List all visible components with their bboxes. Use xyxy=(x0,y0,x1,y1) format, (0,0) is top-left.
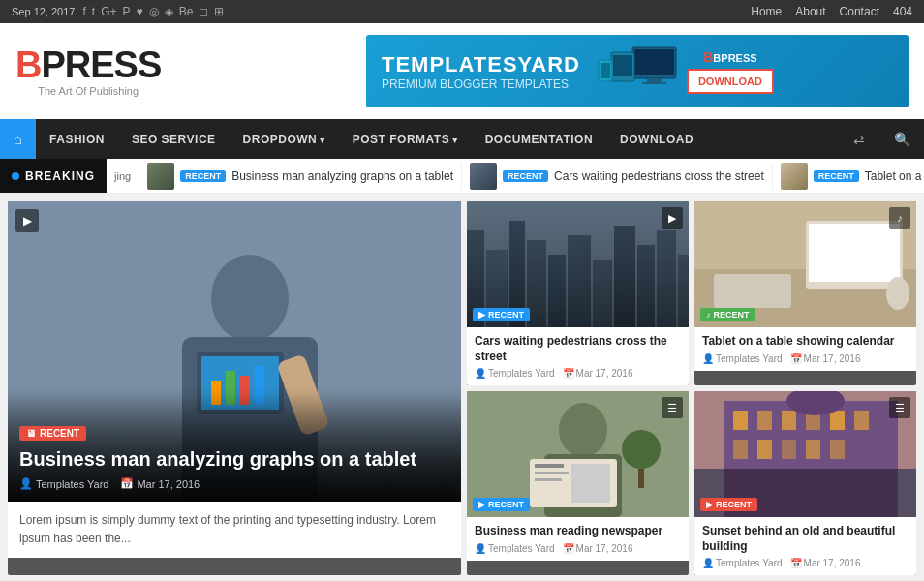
grid-badge-2: ▶ RECENT xyxy=(473,498,530,511)
heart-icon[interactable]: ♥ xyxy=(137,5,143,18)
dribbble-icon[interactable]: ◎ xyxy=(149,5,159,18)
svg-rect-45 xyxy=(535,478,562,481)
breaking-thumb-2 xyxy=(470,163,497,190)
breaking-item-text-2: Cars waiting pedestrians cross the stree… xyxy=(554,169,764,183)
nav-search-button[interactable]: 🔍 xyxy=(880,120,924,159)
logo-press: PRESS xyxy=(41,45,161,85)
ad-press-text: BPRESS xyxy=(713,52,756,64)
site-header: BPRESS The Art Of Publishing TEMPLATESYA… xyxy=(0,23,924,119)
nav-dropdown[interactable]: DROPDOWN▾ xyxy=(230,121,339,158)
grid-meta-3: 👤 Templates Yard 📅 Mar 17, 2016 xyxy=(702,558,909,568)
svg-rect-52 xyxy=(733,411,748,430)
share-icon[interactable]: ⊞ xyxy=(214,5,224,18)
grid-info-3: Sunset behind an old and beautiful build… xyxy=(694,517,916,575)
grid-item-0[interactable]: ▶ ▶ RECENT Cars waiting pedestrians cros… xyxy=(467,201,689,385)
featured-badge-icon: 🖥 xyxy=(26,428,36,439)
svg-rect-54 xyxy=(782,411,796,430)
behance-icon[interactable]: Be xyxy=(179,5,194,18)
pinterest-icon[interactable]: P xyxy=(122,5,130,18)
svg-rect-44 xyxy=(535,472,569,474)
svg-point-37 xyxy=(849,303,859,313)
svg-rect-43 xyxy=(535,464,564,468)
nav-contact-link[interactable]: Contact xyxy=(840,5,879,18)
instagram-icon[interactable]: ◻ xyxy=(199,5,208,18)
grid-image-2: ☰ ▶ RECENT xyxy=(467,391,689,517)
featured-badge: 🖥 RECENT xyxy=(19,426,86,441)
ad-download-button[interactable]: DOWNLOAD xyxy=(687,69,774,94)
grid-meta-2: 👤 Templates Yard 📅 Mar 17, 2016 xyxy=(475,543,681,554)
svg-rect-36 xyxy=(809,224,900,282)
breaking-badge-2: RECENT xyxy=(503,170,548,182)
nav-download[interactable]: DOWNLOAD xyxy=(606,121,707,158)
featured-image: ▶ 🖥 RECENT Business man analyzing graphs… xyxy=(8,201,461,502)
featured-article[interactable]: ▶ 🖥 RECENT Business man analyzing graphs… xyxy=(8,201,461,575)
svg-point-40 xyxy=(559,403,607,457)
nav-items: FASHION SEO SERVICE DROPDOWN▾ POST FORMA… xyxy=(36,121,840,158)
rss-icon[interactable]: ◈ xyxy=(165,5,173,18)
grid-author-2: 👤 Templates Yard xyxy=(475,543,555,554)
ad-press-b: B xyxy=(703,49,713,65)
featured-title: Business man analyzing graphs on a table… xyxy=(19,446,449,472)
nav-home-button[interactable]: ⌂ xyxy=(0,119,36,159)
svg-rect-59 xyxy=(806,391,825,406)
breaking-label: BREAKING xyxy=(0,159,107,193)
social-icons: f t G+ P ♥ ◎ ◈ Be ◻ ⊞ xyxy=(82,5,224,18)
grid-title-0: Cars waiting pedestrians cross the stree… xyxy=(475,334,681,364)
nav-post-formats[interactable]: POST FORMATS▾ xyxy=(339,121,472,158)
grid-meta-0: 👤 Templates Yard 📅 Mar 17, 2016 xyxy=(475,368,681,379)
svg-rect-64 xyxy=(830,440,845,459)
nav-fashion[interactable]: FASHION xyxy=(36,121,118,158)
breaking-badge-1: RECENT xyxy=(180,170,226,182)
logo-subtitle: The Art Of Publishing xyxy=(15,85,161,97)
grid-badge-icon-0: ▶ xyxy=(478,310,485,320)
svg-rect-62 xyxy=(782,440,796,459)
grid-title-2: Business man reading newspaper xyxy=(475,524,681,539)
nav-documentation[interactable]: DOCUMENTATION xyxy=(472,121,606,158)
header-ad-banner[interactable]: TEMPLATESYARD PREMIUM BLOGGER TEMPLATES xyxy=(366,35,909,107)
breaking-item-0: jing xyxy=(107,170,139,182)
grid-badge-icon-1: ♪ xyxy=(706,310,711,320)
nav-about-link[interactable]: About xyxy=(795,5,825,18)
nav-seo[interactable]: SEO SERVICE xyxy=(118,121,230,158)
grid-image-0: ▶ ▶ RECENT xyxy=(467,201,689,327)
featured-author: 👤 Templates Yard xyxy=(19,477,108,490)
device-mockup-svg xyxy=(594,43,681,101)
svg-rect-3 xyxy=(642,82,666,84)
nav-right-icons: ⇄ 🔍 xyxy=(840,120,924,159)
grid-title-3: Sunset behind an old and beautiful build… xyxy=(702,524,909,554)
grid-icon-0: ▶ xyxy=(662,207,683,229)
facebook-icon[interactable]: f xyxy=(82,5,85,18)
nav-home-link[interactable]: Home xyxy=(751,5,782,18)
svg-rect-1 xyxy=(634,49,674,75)
top-bar-right: Home About Contact 404 xyxy=(751,5,912,18)
googleplus-icon[interactable]: G+ xyxy=(101,5,116,18)
grid-icon-1: ♪ xyxy=(889,207,910,229)
logo: BPRESS xyxy=(15,46,161,83)
grid-badge-icon-2: ▶ xyxy=(478,500,485,509)
grid-info-1: Tablet on a table showing calendar 👤 Tem… xyxy=(694,327,916,371)
nav-404-link[interactable]: 404 xyxy=(893,5,912,18)
grid-title-1: Tablet on a table showing calendar xyxy=(702,334,909,350)
svg-rect-46 xyxy=(571,464,610,503)
breaking-item-text-3: Tablet on a ta... xyxy=(865,169,924,183)
nav-shuffle-button[interactable]: ⇄ xyxy=(840,120,878,159)
svg-rect-53 xyxy=(757,411,772,430)
grid-item-1[interactable]: ♪ ♪ RECENT Tablet on a table showing cal… xyxy=(694,201,916,385)
featured-video-icon: ▶ xyxy=(15,209,39,232)
breaking-item-3[interactable]: RECENT Tablet on a ta... xyxy=(773,163,924,190)
article-grid: ▶ ▶ RECENT Cars waiting pedestrians cros… xyxy=(467,201,916,575)
main-nav: ⌂ FASHION SEO SERVICE DROPDOWN▾ POST FOR… xyxy=(0,119,924,159)
grid-badge-1: ♪ RECENT xyxy=(700,308,755,321)
twitter-icon[interactable]: t xyxy=(92,5,95,18)
grid-item-3[interactable]: ☰ ▶ RECENT Sunset behind an old and beau… xyxy=(694,391,916,575)
grid-icon-3: ☰ xyxy=(889,397,910,418)
svg-rect-7 xyxy=(601,63,610,78)
breaking-item-1[interactable]: RECENT Business man analyzing graphs on … xyxy=(139,163,462,190)
featured-badge-text: RECENT xyxy=(40,428,79,439)
breaking-item-text-1: Business man analyzing graphs on a table… xyxy=(231,169,453,183)
breaking-item-2[interactable]: RECENT Cars waiting pedestrians cross th… xyxy=(462,163,773,190)
svg-point-9 xyxy=(211,255,289,342)
grid-date-3: 📅 Mar 17, 2016 xyxy=(790,558,861,568)
grid-item-2[interactable]: ☰ ▶ RECENT Business man reading newspape… xyxy=(467,391,689,575)
grid-badge-3: ▶ RECENT xyxy=(700,498,757,511)
